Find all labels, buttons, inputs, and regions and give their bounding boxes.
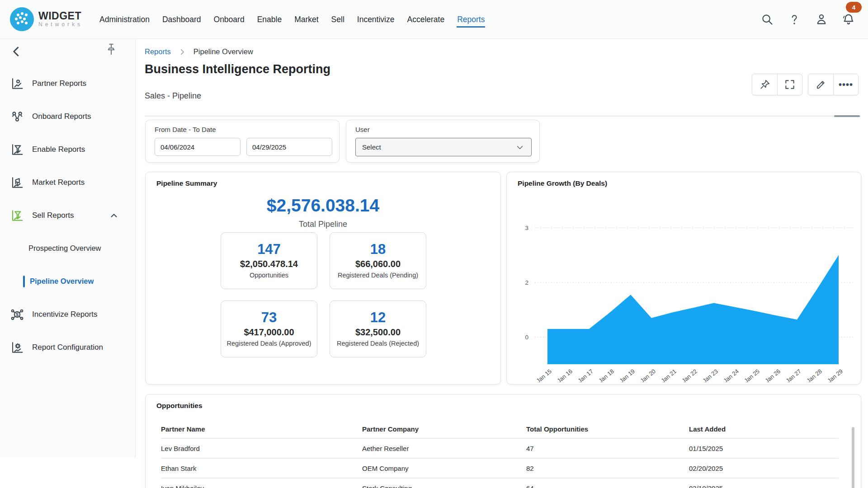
gear-chart-icon: [10, 340, 24, 355]
chevron-up-icon[interactable]: [108, 210, 120, 221]
sidebar-item-label: Incentivize Reports: [32, 310, 98, 319]
x-axis-tick: Jan 17: [576, 368, 594, 382]
tile-label: Registered Deals (Approved): [227, 338, 311, 348]
opportunities-table: Partner NamePartner CompanyTotal Opportu…: [161, 420, 839, 488]
funnel-chart-icon: [10, 142, 24, 157]
page-title: Business Intelligence Reporting: [145, 62, 330, 76]
tile-amount: $32,500.00: [355, 326, 401, 338]
topnav-item-reports[interactable]: Reports: [451, 0, 491, 39]
sidebar-item-incentivize-reports[interactable]: $Incentivize Reports: [0, 298, 135, 331]
horizontal-scrollbar[interactable]: [145, 115, 861, 117]
tile-label: Registered Deals (Pending): [338, 270, 418, 280]
brand-title: WIDGET: [38, 10, 83, 21]
x-axis-tick: Jan 24: [722, 368, 740, 382]
topnav-item-enable[interactable]: Enable: [251, 0, 288, 39]
chevron-down-icon: [515, 142, 525, 152]
pipeline-summary-title: Pipeline Summary: [156, 179, 217, 188]
user-select-dropdown[interactable]: Select: [355, 138, 532, 156]
table-cell: 64: [526, 484, 689, 488]
x-axis-tick: Jan 21: [660, 368, 678, 382]
x-axis-tick: Jan 20: [639, 368, 657, 382]
x-axis-tick: Jan 22: [680, 368, 698, 382]
user-icon[interactable]: [814, 12, 829, 27]
tile-count: 147: [257, 241, 281, 258]
summary-tiles: 147$2,050.478.14Opportunities18$66,060.0…: [221, 232, 426, 357]
y-axis-tick: 0: [525, 334, 528, 341]
horizontal-scrollbar-thumb[interactable]: [834, 115, 860, 117]
svg-text:$: $: [16, 312, 19, 317]
tile-label: Opportunities: [250, 270, 288, 280]
pipeline-growth-area-series: [547, 255, 839, 365]
incentive-network-icon: $: [10, 307, 24, 322]
x-axis-tick: Jan 28: [805, 368, 823, 382]
from-date-input[interactable]: [155, 138, 241, 156]
table-row[interactable]: Lev BradfordAether Reseller4701/15/2025: [161, 439, 839, 458]
summary-tile-registered-deals-rejected[interactable]: 12$32,500.00Registered Deals (Rejected): [330, 300, 426, 357]
x-axis-tick: Jan 19: [618, 368, 636, 382]
help-icon[interactable]: [787, 12, 802, 27]
topnav-item-accelerate[interactable]: Accelerate: [401, 0, 451, 39]
top-bar: WIDGET Networks AdministrationDashboardO…: [0, 0, 868, 39]
tile-amount: $417,000.00: [244, 326, 294, 338]
sidebar-item-label: Market Reports: [32, 178, 85, 187]
x-axis-tick: Jan 23: [701, 368, 719, 382]
sidebar-item-onboard-reports[interactable]: Onboard Reports: [0, 100, 135, 133]
tile-amount: $66,060.00: [355, 258, 401, 270]
opportunities-card: Opportunities Partner NamePartner Compan…: [145, 394, 861, 488]
sidebar-subitem-pipeline-overview[interactable]: Pipeline Overview: [0, 265, 135, 298]
pipeline-growth-card: Pipeline Growth (By Deals) 320Jan 15Jan …: [506, 172, 861, 385]
topnav-item-administration[interactable]: Administration: [93, 0, 156, 39]
table-row[interactable]: Ivan MikhailovStark Consulting6403/10/20…: [161, 479, 839, 488]
column-header-total-opportunities[interactable]: Total Opportunities: [526, 425, 689, 433]
table-cell: Ivan Mikhailov: [161, 484, 362, 488]
summary-tile-opportunities[interactable]: 147$2,050.478.14Opportunities: [221, 232, 317, 289]
topnav-item-sell[interactable]: Sell: [325, 0, 351, 39]
sidebar-collapse-back-icon[interactable]: [8, 43, 24, 60]
topnav-item-onboard[interactable]: Onboard: [208, 0, 251, 39]
topnav-item-dashboard[interactable]: Dashboard: [156, 0, 208, 39]
table-cell: 02/20/2025: [689, 465, 839, 472]
date-filter-label: From Date - To Date: [155, 126, 216, 133]
summary-tile-registered-deals-pending[interactable]: 18$66,060.00Registered Deals (Pending): [330, 232, 426, 289]
user-filter-label: User: [355, 126, 370, 133]
topnav-item-market[interactable]: Market: [288, 0, 325, 39]
topnav-item-incentivize[interactable]: Incentivize: [351, 0, 401, 39]
sidebar-pin-icon[interactable]: [104, 42, 119, 57]
opportunities-title: Opportunities: [156, 402, 203, 410]
notifications-bell-icon[interactable]: 4: [841, 12, 856, 27]
user-select-value: Select: [362, 143, 381, 151]
edit-report-button[interactable]: [808, 74, 833, 95]
search-icon[interactable]: [760, 12, 775, 27]
to-date-input[interactable]: [246, 138, 332, 156]
brand-logo[interactable]: WIDGET Networks: [10, 7, 83, 31]
y-axis-tick: 3: [525, 225, 528, 231]
breadcrumb-reports-link[interactable]: Reports: [145, 47, 171, 56]
sidebar-item-label: Partner Reports: [32, 79, 86, 88]
sidebar-item-partner-reports[interactable]: Partner Reports: [0, 67, 135, 100]
fullscreen-button[interactable]: [777, 74, 802, 95]
sidebar-item-market-reports[interactable]: Market Reports: [0, 166, 135, 199]
sidebar-subitem-prospecting-overview[interactable]: Prospecting Overview: [0, 232, 135, 265]
report-toolbar-right-group: ••••: [808, 74, 859, 95]
column-header-partner-company[interactable]: Partner Company: [362, 425, 526, 433]
table-vertical-scrollbar[interactable]: [852, 427, 854, 488]
date-filter-card: From Date - To Date: [145, 120, 340, 163]
summary-tile-registered-deals-approved[interactable]: 73$417,000.00Registered Deals (Approved): [221, 300, 317, 357]
sidebar-item-sell-reports[interactable]: Sell Reports: [0, 199, 135, 232]
more-options-button[interactable]: ••••: [833, 74, 858, 95]
table-row[interactable]: Ethan StarkOEM Company8202/20/2025: [161, 459, 839, 478]
sidebar-item-label: Onboard Reports: [32, 112, 91, 121]
table-header-row: Partner NamePartner CompanyTotal Opportu…: [161, 420, 839, 438]
table-cell: Ethan Stark: [161, 465, 362, 472]
breadcrumb-current: Pipeline Overview: [193, 47, 253, 56]
sidebar-item-enable-reports[interactable]: Enable Reports: [0, 133, 135, 166]
column-header-last-added[interactable]: Last Added: [689, 425, 839, 433]
column-header-partner-name[interactable]: Partner Name: [161, 425, 362, 433]
table-cell: Lev Bradford: [161, 445, 362, 452]
tile-label: Registered Deals (Rejected): [337, 338, 419, 348]
report-toolbar-left-group: [752, 74, 802, 95]
pin-report-button[interactable]: [752, 74, 777, 95]
sidebar-item-report-configuration[interactable]: Report Configuration: [0, 331, 135, 364]
pipeline-growth-area-chart[interactable]: 320Jan 15Jan 16Jan 17Jan 18Jan 19Jan 20J…: [511, 213, 857, 382]
sidebar-item-label: Enable Reports: [32, 145, 85, 154]
